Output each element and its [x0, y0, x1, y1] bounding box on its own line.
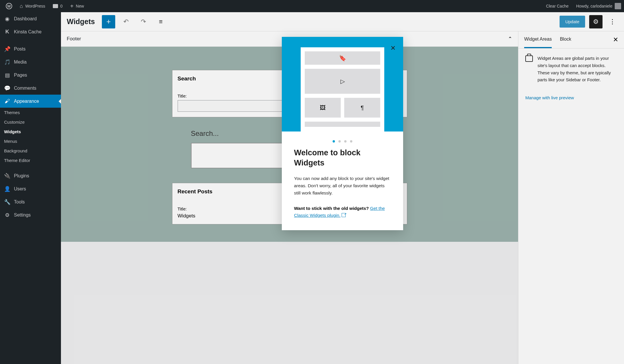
comments-link[interactable]: 0	[50, 0, 66, 12]
admin-toolbar: W ⌂WordPress 0 +New Clear Cache Howdy, c…	[0, 0, 624, 12]
new-label: New	[76, 4, 84, 8]
comment-count: 0	[60, 4, 63, 8]
wordpress-icon: W	[6, 3, 12, 9]
site-name: WordPress	[25, 4, 45, 8]
account-menu[interactable]: Howdy, carlodaniele	[573, 0, 621, 12]
plus-icon: +	[70, 3, 74, 10]
new-menu[interactable]: +New	[67, 0, 87, 12]
wp-logo-menu[interactable]: W	[3, 0, 15, 12]
home-icon: ⌂	[20, 3, 23, 9]
clear-cache-link[interactable]: Clear Cache	[546, 4, 569, 8]
avatar-icon	[615, 3, 621, 9]
howdy-text: Howdy, carlodaniele	[576, 4, 612, 8]
site-name-link[interactable]: ⌂WordPress	[17, 0, 48, 12]
comment-icon	[53, 4, 58, 8]
